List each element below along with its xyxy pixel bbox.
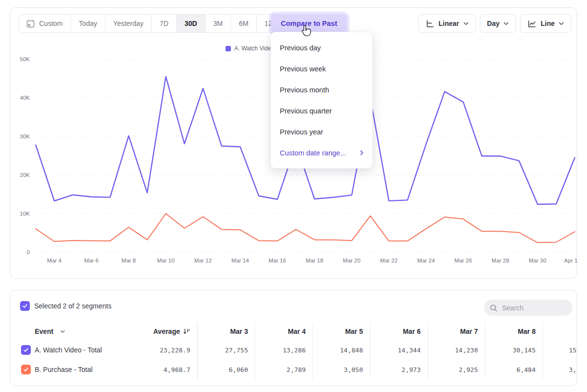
x-axis-label: Mar 12 (194, 258, 212, 263)
y-axis-label: 40K (20, 95, 30, 101)
chevron-right-icon (360, 150, 363, 155)
range-button-today[interactable]: Today (70, 15, 105, 32)
menu-item-custom-date-range[interactable]: Custom date range... (271, 142, 372, 163)
y-axis-label: 10K (20, 211, 30, 217)
row-label: A. Watch Video - Total (35, 346, 102, 354)
event-header-label: Event (21, 327, 53, 335)
cell-value: 27,755 (197, 340, 255, 360)
chart-type-select-button[interactable]: Line (520, 14, 571, 33)
menu-item-previous-month[interactable]: Previous month (271, 79, 372, 100)
linear-axis-icon (426, 19, 435, 28)
chevron-down-icon (60, 330, 65, 333)
cell-average: 4,968.7 (140, 360, 197, 379)
y-axis-label: 50K (20, 56, 30, 62)
search-box (484, 300, 572, 316)
sort-desc-icon (183, 328, 190, 335)
cell-value: 13,286 (255, 340, 313, 360)
search-icon (489, 304, 498, 312)
cell-average: 23,228.9 (140, 340, 197, 360)
series-line-b (36, 214, 575, 242)
cell-value: 2,925 (428, 360, 485, 379)
chevron-down-icon (503, 22, 509, 25)
cell-value: 3,050 (313, 360, 370, 379)
x-axis-label: Mar 22 (380, 258, 398, 263)
x-axis-label: Mar 8 (121, 258, 135, 263)
cell-value: 3, (542, 360, 577, 379)
x-axis-label: Mar 18 (306, 258, 323, 263)
y-axis-label: 30K (20, 133, 30, 139)
line-chart-icon (527, 19, 537, 28)
menu-item-previous-quarter[interactable]: Previous quarter (271, 100, 372, 121)
range-button-yesterday[interactable]: Yesterday (105, 15, 152, 32)
y-axis-label: 20K (20, 172, 30, 178)
chart-type-label: Line (541, 20, 555, 27)
cell-value: 2,973 (370, 360, 428, 379)
cell-value: 6,060 (197, 360, 255, 379)
x-axis-label: Mar 10 (157, 258, 175, 263)
range-button-custom[interactable]: Custom (19, 15, 70, 32)
row-label: B. Purchase - Total (35, 366, 92, 373)
column-header-mar4: Mar 4 (255, 323, 313, 340)
table-header-row: Event Average Mar 3 Mar 4 Mar 5 Mar 6 Ma… (10, 323, 577, 340)
column-header-mar6: Mar 6 (370, 323, 428, 340)
column-header-average[interactable]: Average (140, 323, 197, 340)
cell-value: 30,145 (485, 340, 542, 360)
x-axis-label: Mar 30 (529, 258, 546, 263)
row-checkbox[interactable] (21, 345, 31, 355)
x-axis-label: Mar 28 (492, 258, 509, 263)
calendar-icon (26, 19, 35, 28)
chart-controls: Linear Day Line (418, 14, 571, 33)
range-button-6m[interactable]: 6M (230, 15, 256, 32)
column-header-mar8: Mar 8 (485, 323, 542, 340)
average-header-label: Average (153, 327, 180, 335)
menu-item-previous-week[interactable]: Previous week (271, 58, 372, 79)
menu-item-previous-day[interactable]: Previous day (271, 37, 372, 58)
x-axis-label: Mar 4 (47, 258, 62, 263)
table-row: B. Purchase - Total 4,968.7 6,060 2,789 … (10, 360, 577, 379)
search-input[interactable] (502, 304, 565, 312)
compare-to-past-button[interactable]: Compare to Past (271, 14, 347, 33)
granularity-label: Day (487, 20, 500, 27)
legend-item-a[interactable]: A. Watch Video (226, 45, 274, 52)
range-button-3m[interactable]: 3M (205, 15, 230, 32)
table-row: A. Watch Video - Total 23,228.9 27,755 1… (10, 340, 577, 360)
scale-select-button[interactable]: Linear (418, 14, 476, 33)
cell-value: 15, (542, 340, 577, 360)
x-axis-label: Mar 6 (84, 258, 98, 263)
x-axis-label: Mar 26 (454, 258, 472, 263)
x-axis-label: Mar 14 (231, 258, 249, 263)
cell-value: 14,848 (313, 340, 370, 360)
compare-dropdown-menu: Previous day Previous week Previous mont… (271, 32, 373, 169)
custom-date-range-label: Custom date range... (280, 149, 346, 157)
range-label: Custom (39, 20, 63, 27)
cell-value: 2,789 (255, 360, 313, 379)
date-range-button-group: Custom Today Yesterday 7D 30D 3M 6M 12M (19, 14, 286, 33)
chevron-down-icon (559, 22, 564, 25)
range-button-7d[interactable]: 7D (151, 15, 176, 32)
segments-table: Event Average Mar 3 Mar 4 Mar 5 Mar 6 Ma… (10, 323, 577, 379)
column-header-mar9: Mar 9 (542, 323, 577, 340)
chevron-down-icon (463, 22, 469, 25)
range-button-30d[interactable]: 30D (176, 15, 205, 32)
select-all-checkbox[interactable] (20, 301, 30, 311)
cell-value: 6,484 (485, 360, 542, 379)
y-axis-label: 0 (27, 249, 30, 255)
x-axis-label: Mar 16 (269, 258, 286, 263)
cell-value: 14,230 (428, 340, 485, 360)
x-axis-label: Mar 24 (417, 258, 435, 263)
series-a-swatch (226, 46, 231, 51)
series-a-label: A. Watch Video (234, 45, 274, 52)
row-checkbox[interactable] (21, 365, 31, 374)
scale-label: Linear (439, 20, 459, 27)
x-axis-label: Apr 1 (564, 258, 578, 263)
column-header-mar5: Mar 5 (313, 323, 370, 340)
column-header-event[interactable]: Event (20, 323, 140, 340)
column-header-mar3: Mar 3 (197, 323, 255, 340)
selected-segments-text: Selected 2 of 2 segments (34, 302, 112, 310)
column-header-mar7: Mar 7 (428, 323, 485, 340)
x-axis-label: Mar 20 (343, 258, 361, 263)
cell-value: 14,344 (370, 340, 428, 360)
granularity-select-button[interactable]: Day (480, 14, 517, 33)
menu-item-previous-year[interactable]: Previous year (271, 121, 372, 142)
segments-panel: Selected 2 of 2 segments Event Average (10, 290, 577, 386)
